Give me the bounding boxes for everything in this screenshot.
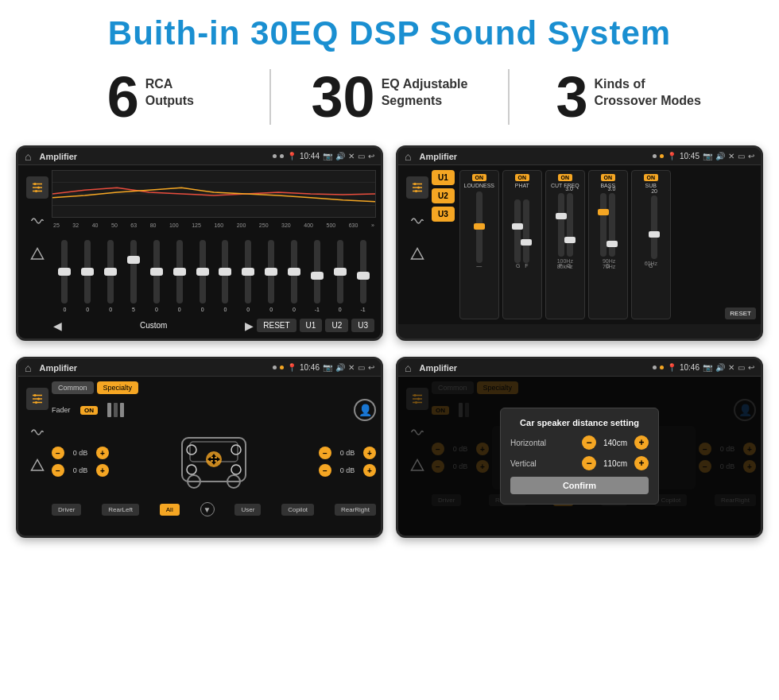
eq-sidebar-icon-1[interactable]	[26, 176, 48, 199]
fader-close-icon[interactable]: ✕	[348, 363, 355, 372]
horizontal-stepper[interactable]: − 140cm +	[582, 435, 649, 450]
eq-slider-3[interactable]: 0	[99, 240, 122, 312]
eq-slider-2[interactable]: 0	[76, 240, 99, 312]
stat-divider-1	[269, 69, 271, 125]
vol-minus-fl[interactable]: −	[52, 447, 64, 459]
cutfreq-on-badge[interactable]: ON	[558, 174, 573, 181]
u3-preset-btn[interactable]: U3	[432, 207, 455, 222]
vertical-plus-btn[interactable]: +	[634, 456, 649, 470]
eq-slider-5[interactable]: 0	[145, 240, 168, 312]
fader-volume-icon: 🔊	[335, 363, 345, 372]
vol-plus-rr[interactable]: +	[363, 464, 376, 477]
eq-slider-14[interactable]: -1	[351, 240, 374, 312]
all-btn[interactable]: All	[160, 504, 180, 516]
cross-minimize-icon[interactable]: ▭	[738, 152, 745, 160]
freq-label-8: 125	[192, 222, 201, 228]
cross-home-icon[interactable]: ⌂	[405, 150, 411, 163]
cross-reset-btn[interactable]: RESET	[725, 307, 756, 319]
fader-on-badge[interactable]: ON	[80, 406, 98, 415]
fader-home-icon[interactable]: ⌂	[25, 362, 31, 374]
rearleft-btn[interactable]: RearLeft	[102, 504, 139, 516]
dialog-close-icon[interactable]: ✕	[728, 363, 734, 372]
status-dot-2	[280, 154, 284, 158]
tab-specialty[interactable]: Specialty	[97, 381, 139, 394]
reset-button[interactable]: RESET	[257, 319, 296, 332]
eq-sidebar-icon-2[interactable]	[26, 210, 48, 232]
vertical-minus-btn[interactable]: −	[582, 456, 596, 470]
fader-sidebar-icon-1[interactable]	[26, 388, 48, 410]
fader-minimize-icon[interactable]: ▭	[358, 363, 365, 372]
eq-slider-4[interactable]: 5	[122, 240, 145, 312]
sub-glabel: G	[649, 263, 653, 269]
vol-minus-rl[interactable]: −	[52, 464, 64, 477]
vertical-stepper[interactable]: − 110cm +	[582, 456, 649, 470]
fader-tabs: Common Specialty	[52, 381, 376, 394]
dialog-minimize-icon[interactable]: ▭	[738, 363, 745, 372]
eq-slider-13[interactable]: 0	[328, 240, 351, 312]
user-btn[interactable]: User	[234, 504, 261, 516]
eq-slider-10[interactable]: 0	[260, 240, 283, 312]
eq-slider-9[interactable]: 0	[237, 240, 260, 312]
eq-sidebar-icon-3[interactable]	[26, 243, 48, 265]
bass-on-badge[interactable]: ON	[601, 174, 616, 181]
horizontal-plus-btn[interactable]: +	[634, 435, 649, 450]
fader-camera-icon: 📷	[323, 363, 332, 372]
cross-back-icon[interactable]: ↩	[748, 152, 754, 160]
horizontal-minus-btn[interactable]: −	[582, 435, 596, 450]
eq-slider-8[interactable]: 0	[214, 240, 237, 312]
eq-screen-title: Amplifier	[39, 152, 269, 161]
down-arrow-icon[interactable]: ▼	[200, 502, 215, 516]
vol-minus-fr[interactable]: −	[319, 447, 331, 459]
eq-slider-12[interactable]: -1	[305, 240, 328, 312]
sub-on-badge[interactable]: ON	[644, 174, 659, 181]
home-icon[interactable]: ⌂	[25, 150, 31, 163]
minimize-icon[interactable]: ▭	[358, 152, 365, 160]
page-title: Buith-in 30EQ DSP Sound System	[0, 0, 779, 60]
vol-plus-fr[interactable]: +	[363, 447, 376, 459]
eq-slider-6[interactable]: 0	[168, 240, 191, 312]
freq-label-10: 200	[237, 222, 246, 228]
back-icon[interactable]: ↩	[368, 152, 374, 160]
freq-label-13: 400	[304, 222, 313, 228]
cross-sidebar-icon-3[interactable]	[406, 243, 428, 265]
eq-next-arrow[interactable]: ▶	[245, 319, 254, 332]
confirm-button[interactable]: Confirm	[510, 477, 649, 494]
eq-slider-1[interactable]: 0	[53, 240, 76, 312]
tab-common[interactable]: Common	[52, 381, 94, 394]
u3-button[interactable]: U3	[351, 319, 374, 332]
cross-sidebar-icon-2[interactable]	[406, 210, 428, 232]
dialog-home-icon[interactable]: ⌂	[405, 362, 411, 374]
fader-back-icon[interactable]: ↩	[368, 363, 374, 372]
vol-db-fr: 0 dB	[335, 449, 360, 457]
fader-control-row: Fader ON 👤	[52, 399, 376, 421]
eq-slider-7[interactable]: 0	[191, 240, 214, 312]
dialog-back-icon[interactable]: ↩	[748, 363, 754, 372]
eq-prev-arrow[interactable]: ◀	[53, 319, 62, 332]
svg-point-15	[417, 187, 420, 189]
rearright-btn[interactable]: RearRight	[335, 504, 376, 516]
cross-sidebar-icon-1[interactable]	[406, 176, 428, 199]
vol-minus-rr[interactable]: −	[319, 464, 331, 477]
camera-icon: 📷	[323, 152, 332, 160]
u2-button[interactable]: U2	[325, 319, 348, 332]
cross-close-icon[interactable]: ✕	[728, 152, 734, 160]
phat-on-badge[interactable]: ON	[515, 174, 530, 181]
fader-sidebar-icon-3[interactable]	[26, 454, 48, 477]
u1-button[interactable]: U1	[300, 319, 323, 332]
u1-preset-btn[interactable]: U1	[432, 170, 455, 185]
fader-sidebar-icon-2[interactable]	[26, 421, 48, 443]
vol-plus-fl[interactable]: +	[96, 447, 109, 459]
dialog-time: 10:46	[680, 363, 700, 372]
copilot-btn[interactable]: Copilot	[281, 504, 314, 516]
vol-plus-rl[interactable]: +	[96, 464, 109, 477]
close-icon[interactable]: ✕	[348, 152, 355, 160]
fader-screen: ⌂ Amplifier 📍 10:46 📷 🔊 ✕ ▭ ↩	[16, 357, 383, 538]
cutfreq-col: ON CUT FREQ 3.0 100Hz80kHz F G	[545, 170, 585, 319]
u2-preset-btn[interactable]: U2	[432, 188, 455, 203]
loudness-on-badge[interactable]: ON	[472, 174, 487, 181]
eq-slider-11[interactable]: 0	[283, 240, 306, 312]
phat-labels: G F	[516, 263, 529, 269]
crossover-content: U1 U2 U3 ON LOUDNESS — ON PHAT	[398, 165, 761, 324]
eq-sliders[interactable]: 0 0 0 5 0	[52, 233, 376, 312]
driver-btn[interactable]: Driver	[52, 504, 81, 516]
